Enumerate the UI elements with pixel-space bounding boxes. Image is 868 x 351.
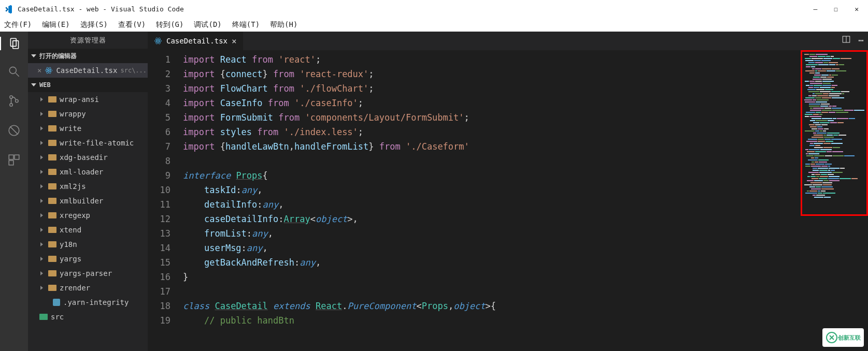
minimize-button[interactable]: — — [814, 5, 818, 13]
tree-folder-src[interactable]: src — [28, 310, 148, 324]
line-numbers: 12345678910111213141516171819 — [148, 52, 183, 351]
svg-point-6 — [16, 99, 18, 102]
open-editors-header[interactable]: 打开的编辑器 — [28, 49, 148, 63]
tree-folder-xregexp[interactable]: xregexp — [28, 208, 148, 223]
chevron-right-icon — [40, 126, 43, 130]
project-header[interactable]: WEB — [28, 78, 148, 92]
chevron-right-icon — [40, 97, 43, 101]
folder-icon — [48, 169, 56, 175]
menu-selection[interactable]: 选择(S) — [80, 20, 108, 30]
tree-folder-xtend[interactable]: xtend — [28, 223, 148, 237]
folder-icon — [48, 96, 56, 103]
vscode-logo-icon — [4, 5, 13, 14]
tree-folder-yargs[interactable]: yargs — [28, 252, 148, 266]
activity-explorer[interactable] — [0, 37, 28, 50]
folder-icon — [48, 227, 56, 233]
folder-icon — [48, 183, 56, 189]
folder-icon — [48, 241, 56, 247]
tree-folder-xmlbuilder[interactable]: xmlbuilder — [28, 194, 148, 208]
svg-rect-10 — [15, 155, 19, 159]
minimap[interactable] — [801, 50, 868, 216]
menu-edit[interactable]: 编辑(E) — [42, 20, 69, 30]
activity-debug[interactable] — [7, 124, 21, 139]
chevron-down-icon — [31, 54, 36, 57]
react-file-icon — [45, 66, 53, 75]
svg-point-5 — [10, 104, 12, 106]
svg-line-3 — [16, 73, 19, 77]
tree-folder-zrender[interactable]: zrender — [28, 281, 148, 295]
svg-rect-11 — [9, 160, 13, 165]
menu-bar: 文件(F) 编辑(E) 选择(S) 查看(V) 转到(G) 调试(D) 终端(T… — [0, 18, 868, 32]
window-title: CaseDetail.tsx - web - Visual Studio Cod… — [18, 5, 814, 13]
menu-file[interactable]: 文件(F) — [4, 20, 32, 30]
window-titlebar: CaseDetail.tsx - web - Visual Studio Cod… — [0, 0, 868, 18]
svg-rect-9 — [9, 155, 13, 159]
chevron-right-icon — [40, 228, 43, 232]
tree-file-yarn-integrity[interactable]: .yarn-integrity — [28, 295, 148, 310]
folder-icon — [48, 198, 56, 204]
svg-point-12 — [48, 70, 50, 71]
svg-point-2 — [9, 67, 16, 74]
chevron-down-icon — [31, 83, 36, 86]
menu-terminal[interactable]: 终端(T) — [232, 20, 260, 30]
tree-folder-xdg-basedir[interactable]: xdg-basedir — [28, 150, 148, 165]
tree-folder-wrappy[interactable]: wrappy — [28, 107, 148, 121]
folder-icon — [48, 154, 56, 160]
svg-rect-1 — [13, 41, 19, 49]
folder-icon — [48, 125, 56, 131]
editor-tab-casedetail[interactable]: CaseDetail.tsx × — [148, 32, 243, 50]
activity-search[interactable] — [7, 65, 21, 80]
code-editor[interactable]: 12345678910111213141516171819 import Rea… — [148, 50, 868, 351]
chevron-right-icon — [40, 286, 43, 290]
tree-folder-xml-loader[interactable]: xml-loader — [28, 165, 148, 179]
window-controls: — ☐ ✕ — [814, 5, 864, 13]
chevron-right-icon — [40, 213, 43, 217]
menu-help[interactable]: 帮助(H) — [270, 20, 297, 30]
menu-debug[interactable]: 调试(D) — [194, 20, 221, 30]
menu-view[interactable]: 查看(V) — [118, 20, 146, 30]
folder-icon — [48, 285, 56, 291]
tree-folder-y18n[interactable]: y18n — [28, 237, 148, 252]
chevron-right-icon — [40, 141, 43, 145]
activity-bar — [0, 32, 28, 351]
folder-icon — [48, 270, 56, 276]
react-file-icon — [154, 37, 162, 45]
sidebar-explorer: 资源管理器 打开的编辑器 × CaseDetail.tsx src\... WE… — [28, 32, 148, 351]
code-content[interactable]: import React from 'react'; import {conne… — [183, 52, 868, 351]
chevron-right-icon — [40, 170, 43, 174]
tree-folder-xml2js[interactable]: xml2js — [28, 179, 148, 194]
watermark-logo: 创新互联 — [822, 328, 864, 347]
tree-folder-yargs-parser[interactable]: yargs-parser — [28, 266, 148, 281]
folder-icon — [48, 111, 56, 117]
chevron-right-icon — [40, 184, 43, 188]
editor-actions: ⋯ — [842, 35, 864, 46]
close-file-icon[interactable]: × — [37, 66, 41, 75]
tree-folder-write-file-atomic[interactable]: write-file-atomic — [28, 136, 148, 150]
close-window-button[interactable]: ✕ — [855, 5, 859, 13]
activity-scm[interactable] — [7, 94, 21, 109]
more-actions-icon[interactable]: ⋯ — [858, 35, 864, 46]
chevron-right-icon — [40, 199, 43, 203]
open-editor-file[interactable]: × CaseDetail.tsx src\... — [28, 63, 148, 78]
svg-point-4 — [10, 96, 12, 98]
tree-folder-wrap-ansi[interactable]: wrap-ansi — [28, 92, 148, 107]
chevron-right-icon — [40, 112, 43, 116]
file-icon — [53, 299, 60, 306]
chevron-right-icon — [40, 271, 43, 275]
chevron-right-icon — [40, 257, 43, 261]
tree-folder-write[interactable]: write — [28, 121, 148, 136]
editor-tabs: CaseDetail.tsx × — [148, 32, 868, 50]
folder-icon — [48, 140, 56, 146]
folder-icon — [48, 256, 56, 262]
chevron-right-icon — [40, 242, 43, 246]
folder-icon — [39, 314, 48, 320]
chevron-right-icon — [40, 155, 43, 159]
svg-point-16 — [158, 40, 159, 42]
maximize-button[interactable]: ☐ — [834, 5, 838, 13]
explorer-title: 资源管理器 — [28, 32, 148, 49]
activity-extensions[interactable] — [7, 153, 21, 168]
svg-line-8 — [10, 126, 18, 134]
split-editor-icon[interactable] — [842, 35, 851, 46]
close-tab-icon[interactable]: × — [232, 36, 237, 46]
menu-go[interactable]: 转到(G) — [156, 20, 183, 30]
